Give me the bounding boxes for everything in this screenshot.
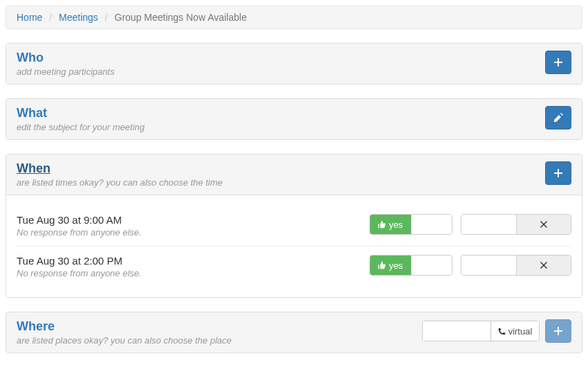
panel-where: Where are listed places okay? you can al… [6, 312, 582, 353]
pencil-icon [553, 113, 563, 123]
plus-icon [554, 58, 562, 66]
remove-group [461, 255, 571, 276]
breadcrumb-sep: / [45, 12, 56, 23]
phone-icon [498, 328, 506, 335]
vote-yes-button[interactable]: yes [370, 256, 411, 275]
what-edit-button[interactable] [545, 106, 571, 130]
who-title: Who [17, 51, 115, 65]
virtual-blank-button[interactable] [423, 321, 490, 341]
breadcrumb-sep: / [101, 12, 112, 23]
close-icon [540, 262, 547, 269]
vote-group: yes [369, 214, 452, 235]
vote-yes-button[interactable]: yes [370, 215, 411, 234]
thumbs-up-icon [378, 220, 386, 229]
virtual-button[interactable]: virtual [490, 321, 539, 341]
time-row: Tue Aug 30 at 9:00 AM No response from a… [17, 206, 571, 246]
breadcrumb-meetings[interactable]: Meetings [59, 12, 98, 23]
vote-group: yes [369, 255, 452, 276]
plus-icon [554, 327, 562, 335]
panel-when: When are listed times okay? you can also… [6, 154, 582, 298]
remove-group [461, 214, 571, 235]
time-status: No response from anyone else. [17, 268, 142, 278]
breadcrumb: Home / Meetings / Group Meetings Now Ava… [6, 6, 582, 29]
vote-yes-label: yes [389, 260, 403, 271]
thumbs-up-icon [378, 261, 386, 269]
panel-what: What edit the subject for your meeting [6, 98, 582, 140]
remove-blank-button[interactable] [461, 215, 516, 234]
vote-blank-button[interactable] [411, 215, 452, 234]
who-subtitle: add meeting participants [17, 66, 115, 77]
remove-time-button[interactable] [516, 256, 571, 275]
where-subtitle: are listed places okay? you can also cho… [17, 335, 232, 346]
who-add-button[interactable] [545, 51, 571, 74]
panel-who: Who add meeting participants [6, 43, 582, 84]
what-title: What [17, 106, 145, 121]
plus-icon [554, 169, 562, 177]
when-add-button[interactable] [545, 161, 571, 185]
when-body: Tue Aug 30 at 9:00 AM No response from a… [6, 195, 582, 297]
close-icon [540, 221, 547, 228]
virtual-group: virtual [422, 321, 540, 341]
remove-time-button[interactable] [516, 215, 571, 234]
when-title: When [17, 161, 223, 176]
vote-blank-button[interactable] [411, 256, 452, 275]
virtual-label: virtual [508, 326, 533, 337]
breadcrumb-current: Group Meetings Now Available [115, 12, 247, 23]
time-label: Tue Aug 30 at 9:00 AM [17, 214, 142, 226]
time-row: Tue Aug 30 at 2:00 PM No response from a… [17, 246, 571, 287]
when-subtitle: are listed times okay? you can also choo… [17, 177, 223, 188]
breadcrumb-home[interactable]: Home [17, 12, 42, 23]
time-label: Tue Aug 30 at 2:00 PM [17, 255, 142, 267]
remove-blank-button[interactable] [461, 256, 516, 275]
where-add-button[interactable] [545, 319, 571, 343]
where-title: Where [17, 319, 232, 334]
vote-yes-label: yes [389, 220, 403, 230]
time-status: No response from anyone else. [17, 227, 142, 238]
what-subtitle: edit the subject for your meeting [17, 122, 145, 132]
